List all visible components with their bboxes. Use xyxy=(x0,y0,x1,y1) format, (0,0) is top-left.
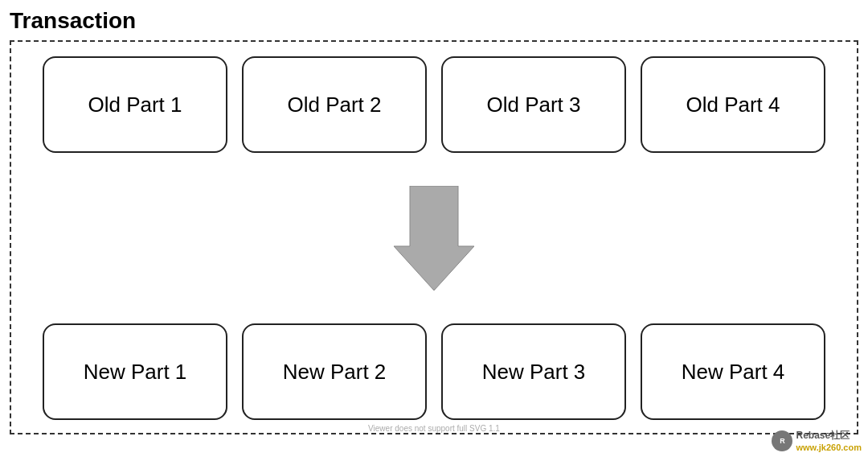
new-part-3-label: New Part 3 xyxy=(482,360,586,385)
down-arrow-icon xyxy=(394,186,474,290)
rebase-label: Rebase社区 xyxy=(796,429,850,443)
page-container: Transaction Old Part 1 Old Part 2 Old Pa… xyxy=(0,0,868,457)
old-part-2-box: Old Part 2 xyxy=(242,56,427,153)
new-part-1-label: New Part 1 xyxy=(84,360,187,385)
rebase-logo-letter: R xyxy=(780,437,785,445)
watermark-url: www.jk260.com xyxy=(796,443,862,452)
arrow-section xyxy=(394,153,474,323)
page-title: Transaction xyxy=(10,8,858,34)
new-part-4-label: New Part 4 xyxy=(682,360,785,385)
old-parts-row: Old Part 1 Old Part 2 Old Part 3 Old Par… xyxy=(24,56,844,153)
old-part-4-box: Old Part 4 xyxy=(641,56,825,153)
old-part-2-label: Old Part 2 xyxy=(287,93,381,117)
svg-marker-0 xyxy=(394,186,474,290)
transaction-box: Old Part 1 Old Part 2 Old Part 3 Old Par… xyxy=(10,40,858,434)
old-part-1-label: Old Part 1 xyxy=(88,93,182,117)
new-parts-row: New Part 1 New Part 2 New Part 3 New Par… xyxy=(24,323,844,420)
old-part-3-label: Old Part 3 xyxy=(486,93,580,117)
new-part-2-box: New Part 2 xyxy=(242,323,427,420)
new-part-4-box: New Part 4 xyxy=(641,323,825,420)
new-part-2-label: New Part 2 xyxy=(283,360,387,385)
rebase-logo-icon: R xyxy=(772,430,792,451)
old-part-3-box: Old Part 3 xyxy=(441,56,626,153)
watermark-text-group: Rebase社区 www.jk260.com xyxy=(796,429,862,452)
old-part-4-label: Old Part 4 xyxy=(686,93,780,117)
new-part-1-box: New Part 1 xyxy=(43,323,227,420)
watermark: R Rebase社区 www.jk260.com xyxy=(772,429,862,452)
viewer-text: Viewer does not support full SVG 1.1 xyxy=(368,424,500,433)
old-part-1-box: Old Part 1 xyxy=(43,56,227,153)
new-part-3-box: New Part 3 xyxy=(441,323,626,420)
